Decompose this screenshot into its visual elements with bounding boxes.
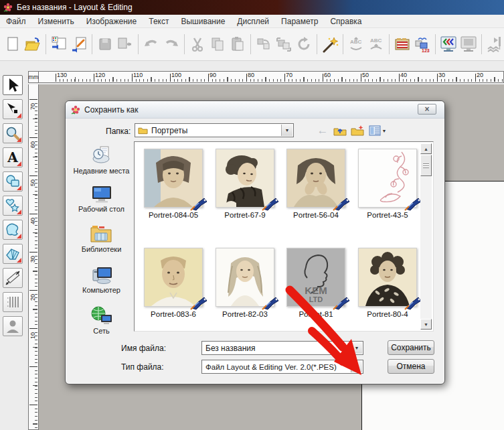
toolbar-separator (138, 34, 139, 54)
duplicate-icon[interactable] (254, 35, 273, 54)
svg-text:123: 123 (422, 48, 430, 53)
redo-icon[interactable] (162, 35, 181, 54)
menu-sew[interactable]: Вышивание (175, 17, 231, 26)
network-icon (90, 305, 113, 326)
text-fit-arc-icon[interactable]: ABC (347, 35, 365, 54)
place-desktop[interactable]: Рабочий стол (78, 185, 124, 214)
thread-palette-icon[interactable] (393, 35, 412, 54)
menubar: Файл Изменить Изображение Текст Вышивани… (0, 15, 504, 28)
dialog-title: Сохранить как (84, 105, 138, 115)
text-transform-icon[interactable]: ABC (367, 35, 386, 54)
group-icon[interactable] (274, 35, 293, 54)
file-name: Portret-80-4 (354, 310, 421, 318)
folder-combobox[interactable]: Портреты ▼ (135, 123, 294, 137)
menu-image[interactable]: Изображение (80, 17, 143, 26)
cut-icon[interactable] (188, 35, 207, 54)
import-design-icon[interactable] (50, 35, 68, 54)
file-name: Portret-82-03 (212, 310, 278, 318)
horizontal-ruler: 130 120 110 100 90 80 70 60 50 40 30 20 (39, 71, 504, 83)
rotate-icon[interactable] (295, 35, 313, 54)
menu-display[interactable]: Дисплей (231, 17, 275, 26)
file-thumbnail[interactable]: Portret-084-05 (140, 149, 207, 219)
solid-view-icon[interactable] (459, 35, 478, 54)
save-to-card-icon[interactable] (116, 35, 135, 54)
image-to-stitch-wizard-icon[interactable] (321, 35, 339, 54)
sewing-order-icon[interactable]: 123 (413, 35, 432, 54)
paste-icon[interactable] (228, 35, 247, 54)
file-thumbnail[interactable]: KEM LTD Portret-81 (282, 248, 349, 318)
embroidery-file-overlay-icon (190, 295, 208, 310)
zoom-tool[interactable] (3, 123, 23, 143)
undo-icon[interactable] (142, 35, 161, 54)
filetype-value: Файл Layout & Editing Ver. 2.0(*.PES) (202, 363, 337, 371)
freehand-shape-tool[interactable] (3, 220, 23, 240)
export-design-icon[interactable] (70, 35, 88, 54)
file-thumbnail[interactable]: Portret-80-4 (354, 248, 421, 318)
save-as-dialog: Сохранить как × Папка: Портреты ▼ ← ▼ (65, 100, 445, 384)
scroll-up-button[interactable]: ▲ (420, 143, 432, 154)
filename-combobox[interactable]: Без названия ▼ (201, 341, 363, 355)
stitch-simulator-icon[interactable] (485, 35, 504, 54)
place-recent[interactable]: Недавние места (74, 145, 130, 175)
tool-flyout-marker (17, 113, 21, 118)
new-page-icon[interactable] (3, 35, 22, 54)
save-button[interactable]: Сохранить (388, 340, 434, 355)
view-menu-button[interactable]: ▼ (367, 123, 388, 138)
file-thumbnail[interactable]: Portret-67-9 (212, 149, 278, 219)
toolbar-separator (435, 34, 436, 54)
manual-punch-tool[interactable] (3, 244, 23, 264)
toolbar-separator (250, 34, 251, 54)
place-network[interactable]: Сеть (90, 305, 113, 336)
scrollbar-grip (423, 163, 429, 168)
file-thumbnail[interactable]: Portret-82-03 (212, 248, 278, 318)
text-tool[interactable]: A (3, 147, 23, 167)
tool-flyout-marker (17, 258, 21, 263)
folder-icon (138, 126, 148, 135)
point-edit-tool[interactable] (3, 99, 23, 119)
basic-shapes-tool[interactable] (3, 171, 23, 192)
new-folder-button[interactable] (349, 123, 365, 138)
scroll-down-button[interactable]: ▼ (420, 319, 432, 330)
stitch-to-block-tool[interactable] (3, 292, 23, 312)
menu-text[interactable]: Текст (143, 17, 175, 26)
file-list-scrollbar[interactable]: ▲ ▼ (420, 143, 432, 330)
portrait-tool[interactable] (3, 316, 23, 336)
dialog-close-button[interactable]: × (418, 104, 436, 115)
realistic-view-icon[interactable] (439, 35, 458, 54)
copy-icon[interactable] (208, 35, 227, 54)
open-file-icon[interactable] (23, 35, 42, 54)
place-libraries[interactable]: Библиотеки (82, 224, 122, 254)
save-icon[interactable] (96, 35, 114, 54)
file-thumbnail[interactable]: Portret-43-5 (354, 149, 421, 219)
outline-shapes-tool[interactable] (3, 196, 23, 216)
menu-edit[interactable]: Изменить (32, 17, 80, 26)
menu-option[interactable]: Параметр (275, 17, 324, 26)
file-thumbnail[interactable]: Portret-56-04 (282, 149, 349, 219)
cancel-button[interactable]: Отмена (388, 359, 434, 374)
embroidery-file-overlay-icon (262, 196, 280, 211)
back-button[interactable]: ← (315, 123, 331, 138)
folder-dropdown-button[interactable]: ▼ (281, 125, 292, 136)
scroll-down-icon: ▼ (424, 322, 428, 327)
place-computer[interactable]: Компьютер (82, 265, 120, 295)
select-tool[interactable] (3, 75, 23, 95)
scrollbar-thumb[interactable] (420, 155, 432, 176)
measure-tool[interactable] (3, 268, 23, 288)
filetype-combobox[interactable]: Файл Layout & Editing Ver. 2.0(*.PES) ▼ (201, 360, 363, 374)
menu-help[interactable]: Справка (324, 17, 367, 26)
filename-dropdown-button[interactable]: ▼ (351, 342, 362, 354)
filetype-dropdown-button[interactable]: ▼ (351, 361, 362, 372)
tool-flyout-marker (17, 161, 21, 166)
ruler-unit-box: mm (28, 71, 39, 83)
file-name: Portret-43-5 (354, 211, 421, 219)
kem-logo-text: KEM (305, 285, 327, 296)
toolbar-separator (389, 34, 390, 54)
embroidery-file-overlay-icon (190, 196, 208, 211)
file-thumbnail[interactable]: Portret-083-6 (140, 248, 207, 318)
file-list: Portret-084-05 (134, 141, 434, 332)
up-one-level-button[interactable] (332, 123, 348, 138)
toolbar-separator (184, 34, 185, 54)
toolbar-separator (343, 34, 343, 54)
window-title: Без названия - Layout & Editing (17, 3, 133, 12)
menu-file[interactable]: Файл (0, 17, 32, 26)
